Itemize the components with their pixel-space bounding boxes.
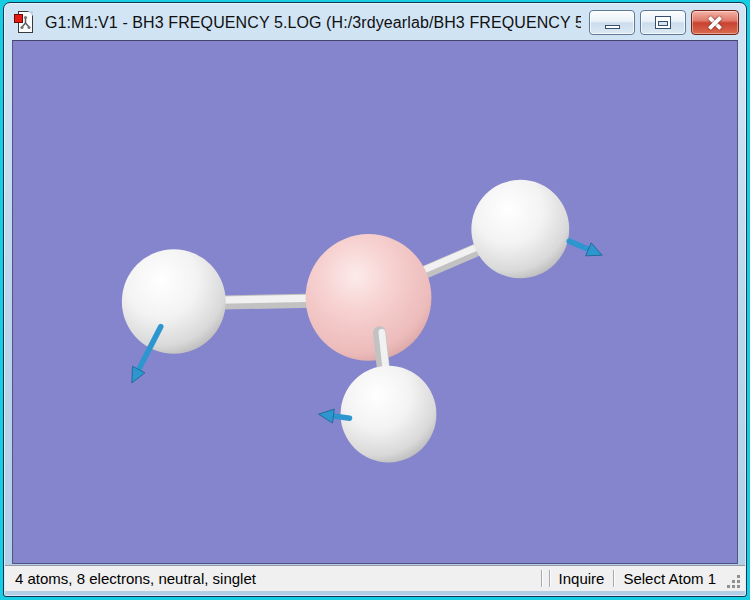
- desktop-edge: G1:M1:V1 - BH3 FREQUENCY 5.LOG (H:/3rdye…: [0, 0, 750, 600]
- atom-h[interactable]: [471, 180, 569, 279]
- titlebar[interactable]: G1:M1:V1 - BH3 FREQUENCY 5.LOG (H:/3rdye…: [4, 3, 746, 40]
- gaussview-molecule-window: G1:M1:V1 - BH3 FREQUENCY 5.LOG (H:/3rdye…: [3, 2, 747, 597]
- molecule-document-icon: [14, 11, 37, 34]
- molecule-viewport[interactable]: [12, 40, 738, 564]
- displacement-vector: [569, 241, 602, 256]
- status-summary: 4 atoms, 8 electrons, neutral, singlet: [5, 570, 256, 587]
- status-bar: 4 atoms, 8 electrons, neutral, singlet I…: [5, 565, 745, 591]
- atom-h[interactable]: [122, 249, 226, 354]
- atom-h[interactable]: [341, 366, 437, 463]
- status-divider: [541, 570, 542, 587]
- window-controls: [589, 10, 739, 35]
- resize-grip[interactable]: [727, 575, 742, 590]
- status-select-atom: Select Atom 1: [614, 570, 725, 587]
- minimize-icon: [605, 25, 620, 29]
- close-icon: [707, 16, 723, 30]
- close-button[interactable]: [691, 10, 739, 35]
- status-inquire: Inquire: [550, 570, 614, 587]
- window-title: G1:M1:V1 - BH3 FREQUENCY 5.LOG (H:/3rdye…: [45, 14, 581, 32]
- maximize-icon: [656, 17, 670, 28]
- molecule-canvas[interactable]: [13, 41, 737, 563]
- atom-b[interactable]: [306, 234, 432, 361]
- maximize-button[interactable]: [640, 10, 686, 35]
- status-right-panes: Inquire Select Atom 1: [541, 566, 745, 591]
- minimize-button[interactable]: [589, 10, 635, 35]
